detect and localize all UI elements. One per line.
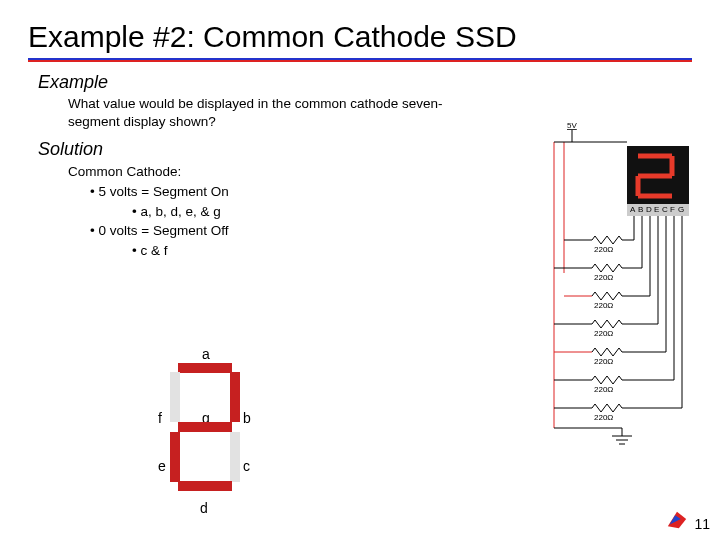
segment-e — [170, 432, 180, 482]
segment-label-a: a — [202, 346, 210, 362]
segment-f — [170, 372, 180, 422]
title-underline — [28, 58, 692, 62]
svg-text:B: B — [638, 205, 643, 214]
logo-icon — [666, 508, 688, 534]
segment-label-f: f — [158, 410, 162, 426]
svg-text:220Ω: 220Ω — [594, 301, 613, 310]
page-title: Example #2: Common Cathode SSD — [28, 20, 692, 54]
segment-b — [230, 372, 240, 422]
svg-text:G: G — [678, 205, 684, 214]
segment-label-e: e — [158, 458, 166, 474]
svg-text:D: D — [646, 205, 652, 214]
resistor-row: 220Ω — [564, 216, 650, 310]
svg-text:E: E — [654, 205, 659, 214]
svg-text:220Ω: 220Ω — [594, 245, 613, 254]
svg-text:A: A — [630, 205, 636, 214]
svg-text:F: F — [670, 205, 675, 214]
svg-text:220Ω: 220Ω — [594, 273, 613, 282]
circuit-diagram: 5V ABDECFG — [482, 118, 702, 448]
example-question: What value would be displayed in the com… — [68, 95, 448, 131]
segment-label-c: c — [243, 458, 250, 474]
svg-text:220Ω: 220Ω — [594, 413, 613, 422]
svg-text:220Ω: 220Ω — [594, 385, 613, 394]
segment-g — [178, 422, 232, 432]
resistor-row: 220Ω — [554, 216, 682, 422]
resistor-row: 220Ω — [554, 216, 666, 366]
segment-c — [230, 432, 240, 482]
segment-a — [178, 363, 232, 373]
segment-label-b: b — [243, 410, 251, 426]
svg-text:C: C — [662, 205, 668, 214]
resistor-row: 220Ω — [564, 216, 634, 254]
svg-text:220Ω: 220Ω — [594, 357, 613, 366]
svg-text:220Ω: 220Ω — [594, 329, 613, 338]
page-number: 11 — [694, 516, 710, 532]
voltage-label: 5V — [567, 121, 577, 130]
segment-d — [178, 481, 232, 491]
seven-segment-figure: a f g b e c d — [130, 348, 280, 518]
segment-label-d: d — [200, 500, 208, 516]
section-example-heading: Example — [38, 72, 692, 93]
